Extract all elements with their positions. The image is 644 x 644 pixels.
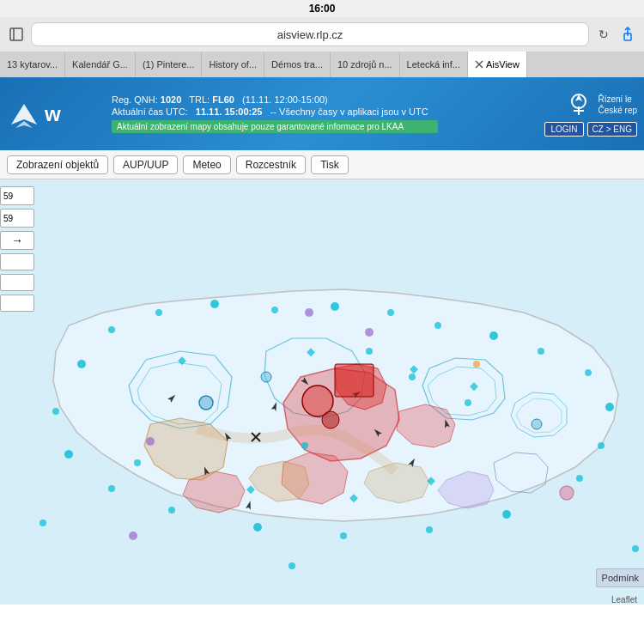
- svg-point-18: [560, 486, 574, 500]
- podminsky-button[interactable]: Podmínk: [596, 568, 644, 587]
- svg-point-26: [434, 322, 441, 329]
- reg-label: Reg. QNH:: [112, 94, 158, 105]
- browser-chrome: aisview.rlp.cz ↻: [0, 17, 644, 52]
- svg-point-48: [289, 562, 295, 569]
- map-svg: [0, 179, 644, 605]
- trl-hours: (11.11. 12:00-15:00): [242, 94, 328, 105]
- panel-arrow-button[interactable]: →: [0, 231, 34, 250]
- svg-rect-0: [10, 28, 22, 40]
- aup-uup-button[interactable]: AUP/UUP: [113, 155, 178, 174]
- svg-point-71: [305, 308, 313, 317]
- svg-point-42: [409, 374, 416, 380]
- url-text: aisview.rlp.cz: [277, 28, 343, 41]
- svg-point-69: [129, 532, 137, 540]
- tab-label: (1) Pintere...: [143, 59, 195, 70]
- tab-label: Letecká inf...: [407, 59, 460, 70]
- input-value-2: 59: [3, 214, 13, 223]
- svg-point-24: [331, 302, 339, 311]
- svg-point-19: [77, 360, 86, 368]
- tab-label: Kalendář G...: [72, 59, 128, 70]
- input-field-2[interactable]: 59: [0, 209, 34, 228]
- rozcestnik-button[interactable]: Rozcestník: [236, 155, 306, 174]
- svg-point-68: [146, 437, 155, 446]
- svg-point-35: [340, 532, 347, 539]
- svg-point-72: [473, 361, 480, 368]
- svg-point-31: [598, 442, 605, 449]
- svg-point-25: [387, 309, 394, 316]
- rlp-name: Řízení le České rep: [598, 94, 637, 116]
- tab-label: 10 zdrojů n...: [337, 59, 392, 70]
- tab-history[interactable]: History of...: [202, 52, 264, 77]
- svg-point-32: [576, 475, 583, 482]
- input-field-1[interactable]: 59: [0, 186, 34, 205]
- svg-point-40: [52, 408, 59, 415]
- login-button[interactable]: LOGIN: [544, 122, 583, 137]
- status-time: 16:00: [309, 3, 336, 15]
- meteo-button[interactable]: Meteo: [183, 155, 230, 174]
- utc-value: 11.11. 15:00:25: [196, 106, 263, 117]
- panel-line-3: [0, 295, 34, 312]
- svg-point-16: [261, 372, 271, 382]
- reload-icon[interactable]: ↻: [594, 25, 613, 44]
- zobrazeni-objektu-button[interactable]: Zobrazení objektů: [7, 155, 108, 174]
- podminsky-label: Podmínk: [602, 573, 639, 583]
- trl-value: FL60: [212, 94, 234, 105]
- svg-point-23: [271, 307, 278, 313]
- tab-10zdroju[interactable]: 10 zdrojů n...: [331, 52, 400, 77]
- tab-label: 13 kytarov...: [7, 59, 58, 70]
- svg-marker-7: [15, 121, 33, 128]
- status-bar: 16:00: [0, 0, 644, 17]
- rlp-logo-area: Řízení le České rep LOGIN CZ > ENG: [532, 77, 644, 150]
- utc-line: Aktuální čas UTC: 11.11. 15:00:25 -- Vše…: [112, 106, 532, 117]
- svg-point-15: [199, 396, 213, 410]
- utc-note: -- Všechny časy v aplikaci jsou v UTC: [270, 106, 428, 117]
- tabs-bar: 13 kytarov... Kalendář G... (1) Pintere.…: [0, 52, 644, 77]
- svg-point-36: [253, 523, 262, 532]
- svg-point-44: [301, 442, 308, 449]
- bookmarks-icon[interactable]: [7, 25, 26, 44]
- leaflet-link[interactable]: Leaflet: [611, 595, 637, 605]
- tab-close-x-icon[interactable]: [475, 60, 483, 69]
- arrow-icon: →: [11, 234, 23, 247]
- svg-point-38: [108, 485, 115, 492]
- svg-point-43: [465, 399, 471, 406]
- ais-logo-icon: [7, 97, 41, 131]
- input-value-1: 59: [3, 191, 13, 201]
- rlp-line1: Řízení le: [598, 94, 637, 105]
- utc-label: Aktuální čas UTC:: [112, 106, 188, 117]
- rlp-logo-icon: [565, 91, 592, 118]
- svg-point-41: [366, 348, 373, 355]
- svg-point-70: [365, 328, 374, 337]
- tab-label: History of...: [209, 59, 257, 70]
- map-container[interactable]: 59 59 →: [0, 179, 644, 605]
- site-header: w Reg. QNH: 1020 TRL: FL60 (11.11. 12:00…: [0, 77, 644, 150]
- svg-point-33: [502, 510, 511, 519]
- green-notice-banner: Aktuální zobrazení mapy obsahuje pouze g…: [112, 120, 438, 133]
- tab-letecka[interactable]: Letecká inf...: [400, 52, 468, 77]
- tab-aisview[interactable]: AisView: [468, 52, 527, 77]
- tab-13kytarov[interactable]: 13 kytarov...: [0, 52, 65, 77]
- auth-buttons: LOGIN CZ > ENG: [544, 122, 637, 137]
- svg-point-47: [39, 519, 46, 526]
- svg-point-17: [532, 419, 542, 429]
- green-notice-text: Aktuální zobrazení mapy obsahuje pouze g…: [117, 122, 404, 131]
- reg-value: 1020: [161, 94, 181, 105]
- tisk-button[interactable]: Tisk: [311, 155, 349, 174]
- tab-pinterest[interactable]: (1) Pintere...: [136, 52, 203, 77]
- address-bar[interactable]: aisview.rlp.cz: [31, 22, 589, 46]
- svg-point-20: [108, 326, 115, 333]
- svg-point-22: [210, 300, 219, 308]
- reg-qnh-line: Reg. QNH: 1020 TRL: FL60 (11.11. 12:00-1…: [112, 94, 532, 105]
- left-panel: 59 59 →: [0, 186, 43, 312]
- share-icon[interactable]: [618, 25, 637, 44]
- svg-point-21: [155, 309, 162, 316]
- trl-label: TRL:: [189, 94, 210, 105]
- svg-point-37: [168, 507, 175, 513]
- tab-demos[interactable]: Démos tra...: [264, 52, 331, 77]
- language-button[interactable]: CZ > ENG: [587, 122, 637, 137]
- tab-kalendar[interactable]: Kalendář G...: [65, 52, 136, 77]
- site-logo: w: [0, 77, 112, 150]
- tab-label: Démos tra...: [271, 59, 323, 70]
- svg-point-28: [538, 348, 544, 355]
- site-info-center: Reg. QNH: 1020 TRL: FL60 (11.11. 12:00-1…: [112, 77, 532, 150]
